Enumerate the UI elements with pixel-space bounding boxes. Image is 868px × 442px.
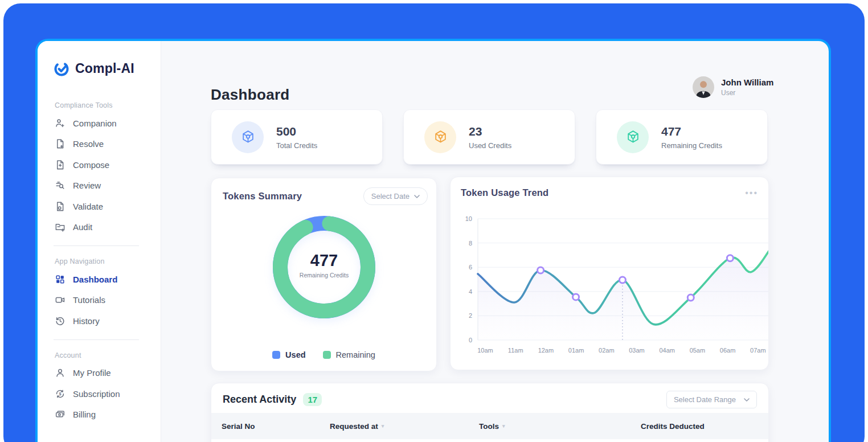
resolve-icon [55,138,65,149]
sidebar-item-label: Validate [73,202,103,211]
legend-swatch-used [272,351,280,359]
app-logo[interactable]: Compl-AI [52,59,161,77]
svg-text:11am: 11am [508,347,523,354]
chevron-down-icon [414,195,420,198]
recent-activity-title: Recent Activity [223,394,296,406]
sidebar: Compl-AI Compliance Tools Companion Reso… [38,41,161,442]
usage-trend-line-chart: 024681010am11am12am01am02am03am04am05am0… [451,210,769,364]
avatar [693,76,714,98]
column-serial-no: Serial No [222,422,330,431]
sidebar-item-label: My Profile [73,368,111,378]
sidebar-divider [54,245,139,246]
legend-swatch-remaining [323,351,331,359]
usage-trend-title: Token Usage Trend [461,187,548,198]
page-title: Dashboard [211,86,290,104]
cube-icon [232,121,264,153]
svg-text:8: 8 [469,240,472,247]
stat-card-remaining-credits: 477 Remaining Credits [596,109,768,165]
history-icon [55,316,65,326]
sidebar-item-review[interactable]: Review [38,175,161,197]
svg-text:2: 2 [469,312,472,319]
sidebar-item-history[interactable]: History [38,310,161,332]
stat-card-total-credits: 500 Total Credits [211,109,383,165]
chevron-down-icon [744,398,750,402]
activity-count-badge: 17 [303,393,322,406]
sidebar-item-label: Compose [73,160,109,170]
tokens-summary-card: Tokens Summary Select Date 477 Remaining… [211,178,437,371]
stat-label: Total Credits [276,141,317,150]
sidebar-item-tutorials[interactable]: Tutorials [38,290,161,311]
sidebar-item-label: Subscription [73,389,120,399]
svg-text:0: 0 [469,337,472,343]
sidebar-item-label: History [73,316,100,326]
app-name: Compl-AI [75,61,134,76]
select-date-dropdown[interactable]: Select Date [363,187,428,205]
svg-text:06am: 06am [720,347,736,354]
svg-text:05am: 05am [690,347,706,354]
billing-icon [55,409,65,420]
sidebar-item-my-profile[interactable]: My Profile [38,363,161,384]
sidebar-item-label: Companion [73,118,117,128]
sort-icon: ▾ [502,423,505,429]
svg-text:02am: 02am [599,347,615,354]
stat-value: 477 [661,125,722,138]
sidebar-item-label: Review [73,181,101,190]
sidebar-divider [54,339,139,340]
sidebar-section-account: Account [55,351,161,359]
profile-icon [55,367,65,378]
sidebar-item-billing[interactable]: Billing [38,404,161,425]
sidebar-item-label: Tutorials [73,295,105,305]
stat-card-used-credits: 23 Used Credits [403,109,575,165]
user-name: John William [721,77,773,87]
sidebar-item-label: Audit [73,222,92,232]
cube-icon [617,121,649,153]
dashboard-icon [55,274,65,285]
column-requested-at[interactable]: Requested at▾ [330,422,479,431]
token-usage-trend-card: Token Usage Trend ••• 024681010am11am12a… [450,177,769,370]
svg-text:04am: 04am [659,347,675,354]
sidebar-item-label: Dashboard [73,275,117,284]
logo-check-circle-icon [52,59,71,77]
svg-text:07am: 07am [750,347,766,354]
cube-icon [424,121,456,153]
sidebar-item-audit[interactable]: Audit [38,217,161,238]
sort-icon: ▾ [382,423,384,429]
stat-value: 500 [276,125,317,138]
stat-label: Used Credits [469,141,511,150]
sidebar-item-compose[interactable]: Compose [38,154,161,175]
sidebar-item-validate[interactable]: Validate [38,196,161,217]
recent-activity-card: Recent Activity 17 Select Date Range Ser… [211,383,769,442]
review-icon [55,180,65,191]
select-date-range-dropdown[interactable]: Select Date Range [666,391,757,408]
svg-text:01am: 01am [568,347,584,354]
legend-item-remaining: Remaining [323,350,375,359]
companion-icon [55,118,65,129]
user-menu[interactable]: John William User [693,76,773,98]
validate-icon [55,201,65,212]
svg-text:10: 10 [465,215,472,222]
user-role: User [721,89,773,97]
more-options-icon[interactable]: ••• [745,190,758,196]
sidebar-item-dashboard[interactable]: Dashboard [38,269,161,290]
column-tools[interactable]: Tools▾ [479,422,641,431]
sidebar-item-resolve[interactable]: Resolve [38,134,161,155]
sidebar-item-subscription[interactable]: $ Subscription [38,383,161,404]
sidebar-item-label: Billing [73,410,96,419]
svg-text:6: 6 [469,264,472,271]
donut-legend: Used Remaining [211,350,436,359]
stat-label: Remaining Credits [661,141,722,150]
column-credits-deducted: Credits Deducted [641,422,768,431]
sidebar-item-label: Resolve [73,139,104,149]
svg-text:12am: 12am [538,347,554,354]
app-panel: Compl-AI Compliance Tools Companion Reso… [35,39,831,442]
svg-text:03am: 03am [629,347,645,354]
compose-icon [55,159,65,170]
svg-text:10am: 10am [477,347,493,354]
sidebar-section-compliance-tools: Compliance Tools [55,101,161,109]
activity-table-header: Serial No Requested at▾ Tools▾ Credits D… [211,413,768,439]
stat-value: 23 [469,125,511,138]
tutorials-icon [55,294,65,305]
sidebar-item-companion[interactable]: Companion [38,113,161,134]
audit-icon [55,222,65,232]
legend-item-used: Used [272,350,305,359]
